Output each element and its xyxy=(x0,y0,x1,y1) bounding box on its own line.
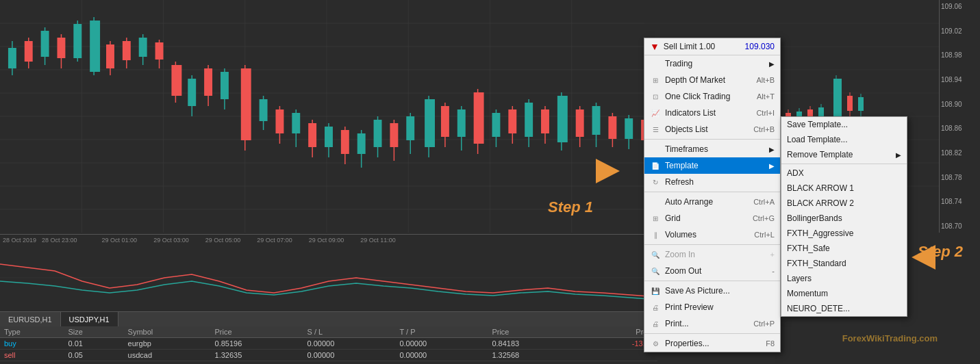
svg-rect-82 xyxy=(508,109,516,133)
tpl-submenu-arrow: ▶ xyxy=(769,162,775,170)
tf-submenu-arrow: ▶ xyxy=(769,146,775,153)
menu-grid[interactable]: ⊞ Grid Ctrl+G xyxy=(644,210,780,226)
tf-icon xyxy=(650,144,661,155)
svg-rect-64 xyxy=(357,133,366,154)
menu-template[interactable]: 📄 Template ▶ xyxy=(644,157,780,174)
tab-eurusd[interactable]: EURUSD,H1 xyxy=(0,312,61,326)
grid-shortcut: Ctrl+G xyxy=(753,214,775,222)
oscillator-panel xyxy=(0,243,657,311)
menu-grid-label: Grid xyxy=(665,213,681,223)
submenu-black-arrow-2[interactable]: BLACK ARROW 2 xyxy=(781,196,907,211)
chart-area: USDJPY,H1 108.569 108.586 108.524 108.56… xyxy=(0,0,980,364)
tab-usdjpy[interactable]: USDJPY,H1 xyxy=(61,312,118,326)
menu-indicators-list[interactable]: 📈 Indicators List Ctrl+I xyxy=(644,105,780,121)
submenu-save-template[interactable]: Save Template... xyxy=(781,117,907,132)
step2-arrow xyxy=(912,245,935,270)
auto-icon xyxy=(650,196,661,207)
ind-icon: 📈 xyxy=(650,107,661,118)
svg-rect-94 xyxy=(608,116,616,139)
save-template-label: Save Template... xyxy=(787,120,848,129)
obj-icon: ☰ xyxy=(650,124,661,135)
props-shortcut: F8 xyxy=(766,339,775,348)
svg-rect-32 xyxy=(90,21,100,72)
col-symbol: Symbol xyxy=(124,326,211,338)
props-icon: ⚙ xyxy=(650,338,661,349)
svg-rect-72 xyxy=(425,99,435,147)
submenu-fxth-agg[interactable]: FXTH_Aggressive xyxy=(781,226,907,241)
svg-rect-58 xyxy=(308,123,316,147)
zoomout-shortcut: - xyxy=(772,267,775,275)
row2-sl: 0.00000 xyxy=(303,350,395,361)
black-arrow-1-label: BLACK ARROW 1 xyxy=(787,183,854,193)
svg-rect-34 xyxy=(106,44,114,68)
svg-rect-46 xyxy=(204,68,212,96)
menu-print[interactable]: 🖨 Print... Ctrl+P xyxy=(644,315,780,332)
submenu-bollinger[interactable]: BollingerBands xyxy=(781,211,907,226)
submenu-layers[interactable]: Layers xyxy=(781,271,907,286)
svg-rect-56 xyxy=(292,113,300,133)
col-price2: Price xyxy=(488,326,580,338)
template-submenu: Save Template... Load Template... Remove… xyxy=(781,116,907,317)
svg-rect-80 xyxy=(492,113,500,137)
row1-price2: 0.84183 xyxy=(488,338,580,350)
row1-type: buy xyxy=(0,338,64,350)
menu-tf-label: Timeframes xyxy=(665,144,708,154)
menu-objects-list[interactable]: ☰ Objects List Ctrl+B xyxy=(644,121,780,138)
menu-zoomout-label: Zoom Out xyxy=(665,266,701,276)
submenu-adx[interactable]: ADX xyxy=(781,166,907,181)
menu-print-preview[interactable]: 🖨 Print Preview xyxy=(644,299,780,315)
menu-refresh[interactable]: ↻ Refresh xyxy=(644,174,780,190)
menu-vol-label: Volumes xyxy=(665,230,696,239)
menu-trading-label: Trading xyxy=(665,59,692,68)
row1-size: 0.01 xyxy=(64,338,123,350)
svg-rect-68 xyxy=(390,123,398,147)
dom-shortcut: Alt+B xyxy=(756,76,775,84)
submenu-black-arrow-1[interactable]: BLACK ARROW 1 xyxy=(781,181,907,196)
menu-zoom-out[interactable]: 🔍 Zoom Out - xyxy=(644,263,780,279)
watermark: ForexWikiTrading.com xyxy=(842,333,938,343)
menu-zoom-in[interactable]: 🔍 Zoom In + xyxy=(644,246,780,263)
menu-depth-of-market[interactable]: ⊞ Depth Of Market Alt+B xyxy=(644,72,780,88)
submenu-neuro[interactable]: NEURO_DETE... xyxy=(781,301,907,316)
momentum-label: Momentum xyxy=(787,289,828,298)
separator3 xyxy=(644,244,780,245)
row1-price: 0.85196 xyxy=(211,338,303,350)
col-tp: T / P xyxy=(395,326,488,338)
trading-icon xyxy=(650,58,661,69)
table-row: buy 0.01 eurgbp 0.85196 0.00000 0.00000 … xyxy=(0,338,657,350)
neuro-label: NEURO_DETE... xyxy=(787,304,850,313)
svg-rect-44 xyxy=(188,79,196,106)
col-type: Type xyxy=(0,326,64,338)
oct-shortcut: Alt+T xyxy=(757,92,775,101)
menu-timeframes[interactable]: Timeframes ▶ xyxy=(644,141,780,157)
svg-rect-74 xyxy=(441,106,449,137)
submenu-fxth-std[interactable]: FXTH_Standard xyxy=(781,256,907,271)
svg-rect-26 xyxy=(41,31,49,57)
menu-volumes[interactable]: ∥ Volumes Ctrl+L xyxy=(644,226,780,243)
context-menu: ▼ Sell Limit 1.00 109.030 Trading ▶ ⊞ De… xyxy=(644,38,781,352)
vol-icon: ∥ xyxy=(650,229,661,240)
col-price: Price xyxy=(211,326,303,338)
data-table: Type Size Symbol Price S / L T / P Price… xyxy=(0,326,657,364)
row1-symbol: eurgbp xyxy=(124,338,211,350)
grid-icon: ⊞ xyxy=(650,213,661,224)
zoomin-icon: 🔍 xyxy=(650,249,661,260)
remove-template-label: Remove Template xyxy=(787,150,853,159)
menu-trading[interactable]: Trading ▶ xyxy=(644,55,780,72)
submenu-fxth-safe[interactable]: FXTH_Safe xyxy=(781,241,907,256)
submenu-remove-template[interactable]: Remove Template ▶ xyxy=(781,147,907,162)
time-axis: 28 Oct 2019 28 Oct 23:00 29 Oct 01:00 29… xyxy=(0,234,657,245)
menu-one-click-trading[interactable]: ⊡ One Click Trading Alt+T xyxy=(644,88,780,105)
svg-rect-22 xyxy=(8,48,16,68)
menu-auto-arrange[interactable]: Auto Arrange Ctrl+A xyxy=(644,194,780,210)
menu-properties[interactable]: ⚙ Properties... F8 xyxy=(644,335,780,352)
col-size: Size xyxy=(64,326,123,338)
bollinger-label: BollingerBands xyxy=(787,213,842,223)
submenu-momentum[interactable]: Momentum xyxy=(781,286,907,301)
submenu-load-template[interactable]: Load Template... xyxy=(781,132,907,147)
menu-save-picture[interactable]: 💾 Save As Picture... xyxy=(644,283,780,299)
sell-limit-item[interactable]: ▼ Sell Limit 1.00 109.030 xyxy=(644,38,780,55)
separator4 xyxy=(644,281,780,281)
layers-label: Layers xyxy=(787,274,812,283)
black-arrow-2-label: BLACK ARROW 2 xyxy=(787,198,854,208)
